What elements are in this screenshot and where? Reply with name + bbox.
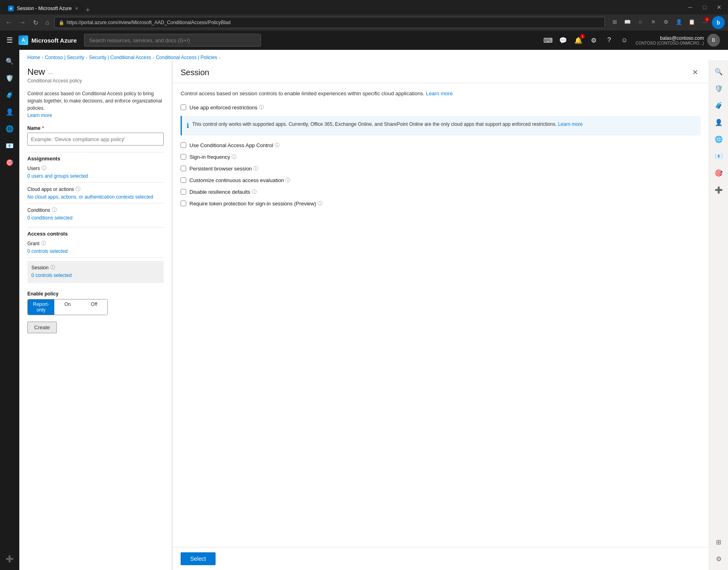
settings-icon[interactable]: ⚙ (586, 33, 601, 47)
checkbox-ca-app-control[interactable] (181, 142, 186, 148)
reading-mode-button[interactable]: 📖 (622, 16, 633, 27)
forward-button[interactable]: → (17, 17, 28, 28)
feedback2-icon[interactable]: ☺ (617, 33, 631, 47)
right-sidebar-user-icon[interactable]: 👤 (711, 114, 727, 130)
policy-toggle-group[interactable]: Report-only On Off (27, 299, 108, 315)
sidebar-shield-icon[interactable]: 🛡️ (2, 70, 18, 86)
right-sidebar-add-icon[interactable]: ➕ (711, 182, 727, 198)
info-box-icon: ℹ (187, 121, 189, 131)
maximize-button[interactable]: □ (699, 2, 710, 13)
right-sidebar-layout-icon[interactable]: ⊞ (711, 534, 727, 550)
main-area: Home › Contoso | Security › Security | C… (19, 50, 728, 570)
session-learn-more-link[interactable]: Learn more (426, 90, 452, 96)
bing-button[interactable]: b (712, 16, 725, 29)
breadcrumb-home[interactable]: Home (27, 55, 40, 60)
app-enforced-info-icon[interactable]: ⓘ (259, 104, 264, 111)
info-box-learn-more[interactable]: Learn more (558, 121, 582, 127)
checkbox-sign-in-freq[interactable] (181, 154, 186, 160)
cast-button[interactable]: ⊞ (609, 16, 620, 27)
checkbox-persistent-browser[interactable] (181, 166, 186, 171)
sidebar-add-icon[interactable]: ➕ (2, 551, 18, 567)
sign-in-freq-info-icon[interactable]: ⓘ (232, 154, 236, 160)
collections-button[interactable]: 📋 (686, 16, 697, 27)
checkbox-customize-cae[interactable] (181, 177, 186, 183)
breadcrumb-sep-4: › (219, 55, 220, 60)
toggle-off[interactable]: Off (81, 299, 107, 315)
checkbox-token-protection[interactable] (181, 201, 186, 206)
right-sidebar-settings-icon[interactable]: ⚙ (711, 551, 727, 567)
profile-button[interactable]: 👤 (673, 16, 685, 27)
breadcrumb-conditional-access[interactable]: Security | Conditional Access (89, 55, 151, 60)
grant-value[interactable]: 0 controls selected (27, 248, 164, 254)
more-tools-button[interactable]: ··· 1 (699, 16, 710, 27)
users-info-icon[interactable]: ⓘ (41, 165, 46, 172)
ca-app-control-info-icon[interactable]: ⓘ (275, 142, 280, 149)
new-tab-button[interactable]: + (83, 6, 93, 14)
breadcrumb: Home › Contoso | Security › Security | C… (19, 50, 728, 60)
refresh-button[interactable]: ↻ (31, 17, 41, 28)
more-options-button[interactable]: ... (48, 69, 53, 75)
toggle-on[interactable]: On (54, 299, 81, 315)
right-sidebar-shield-icon[interactable]: 🛡️ (711, 80, 727, 96)
home-button[interactable]: ⌂ (43, 17, 52, 28)
sidebar-globe-icon[interactable]: 🌐 (2, 121, 18, 137)
cloud-apps-value[interactable]: No cloud apps, actions, or authenticatio… (27, 194, 164, 200)
breadcrumb-policies[interactable]: Conditional Access | Policies (156, 55, 217, 60)
name-input[interactable] (27, 133, 164, 146)
right-sidebar-target-icon[interactable]: 🎯 (711, 165, 727, 181)
checkbox-app-enforced[interactable] (181, 105, 186, 110)
customize-cae-info-icon[interactable]: ⓘ (286, 177, 290, 184)
browser-nav: ← → ↻ ⌂ 🔒 https://portal.azure.com/#view… (0, 14, 728, 31)
token-protection-info-icon[interactable]: ⓘ (318, 200, 323, 207)
active-tab[interactable]: A Session - Microsoft Azure ✕ (3, 2, 83, 14)
users-value[interactable]: 0 users and groups selected (27, 173, 164, 179)
create-button[interactable]: Create (27, 322, 57, 333)
conditions-info-icon[interactable]: ⓘ (52, 207, 57, 213)
back-button[interactable]: ← (3, 17, 14, 28)
help-icon[interactable]: ? (602, 33, 616, 47)
cloud-shell-icon[interactable]: ⌨ (541, 33, 555, 47)
feedback-icon[interactable]: 💬 (556, 33, 570, 47)
minimize-button[interactable]: ─ (685, 2, 696, 13)
select-button[interactable]: Select (181, 552, 216, 565)
cloud-apps-info-icon[interactable]: ⓘ (76, 186, 80, 193)
right-sidebar-bag-icon[interactable]: 🧳 (711, 97, 727, 113)
sidebar-target-icon[interactable]: 🎯 (2, 154, 18, 170)
x-button[interactable]: ✕ (648, 16, 659, 27)
grant-info-icon[interactable]: ⓘ (41, 240, 46, 247)
sidebar-user-icon[interactable]: 👤 (2, 104, 18, 120)
sidebar-search-icon[interactable]: 🔍 (2, 53, 18, 69)
right-sidebar-globe-icon[interactable]: 🌐 (711, 131, 727, 147)
toggle-report-only[interactable]: Report-only (28, 299, 54, 315)
right-sidebar-email-icon[interactable]: 📧 (711, 148, 727, 164)
policy-learn-more-link[interactable]: Learn more (27, 113, 52, 118)
checkbox-row-app-enforced: Use app enforced restrictions ⓘ (181, 104, 701, 111)
user-menu[interactable]: balas@contoso.com CONTOSO (CONTOSO.ONMIC… (632, 32, 723, 48)
enable-policy-section: Enable policy Report-only On Off (27, 291, 164, 315)
right-sidebar-search-icon[interactable]: 🔍 (711, 64, 727, 80)
checkbox-row-sign-in-freq: Sign-in frequency ⓘ (181, 154, 701, 160)
topbar-search[interactable] (84, 34, 261, 47)
sidebar-bag-icon[interactable]: 🧳 (2, 87, 18, 103)
user-avatar[interactable]: B (707, 34, 720, 47)
notifications-icon[interactable]: 🔔 1 (571, 33, 586, 47)
session-close-button[interactable]: ✕ (689, 67, 701, 78)
page-content: New ... Conditional Access policy Contro… (19, 60, 728, 570)
search-input[interactable] (84, 34, 261, 47)
hamburger-menu[interactable]: ☰ (5, 34, 14, 46)
conditions-value[interactable]: 0 conditions selected (27, 215, 164, 221)
url-text: https://portal.azure.com/#view/Microsoft… (67, 20, 231, 25)
session-panel-title: Session (181, 68, 209, 77)
session-info-icon[interactable]: ⓘ (50, 264, 55, 271)
tab-close-button[interactable]: ✕ (75, 6, 78, 11)
extensions-button[interactable]: ⚙ (660, 16, 672, 27)
sidebar-email-icon[interactable]: 📧 (2, 137, 18, 154)
favorites-button[interactable]: ☆ (635, 16, 646, 27)
session-value[interactable]: 0 controls selected (31, 273, 160, 278)
close-window-button[interactable]: ✕ (714, 2, 725, 13)
breadcrumb-contoso-security[interactable]: Contoso | Security (45, 55, 84, 60)
address-bar[interactable]: 🔒 https://portal.azure.com/#view/Microso… (54, 17, 605, 28)
disable-resilience-info-icon[interactable]: ⓘ (252, 189, 257, 195)
persistent-browser-info-icon[interactable]: ⓘ (253, 165, 258, 172)
checkbox-disable-resilience[interactable] (181, 189, 186, 195)
